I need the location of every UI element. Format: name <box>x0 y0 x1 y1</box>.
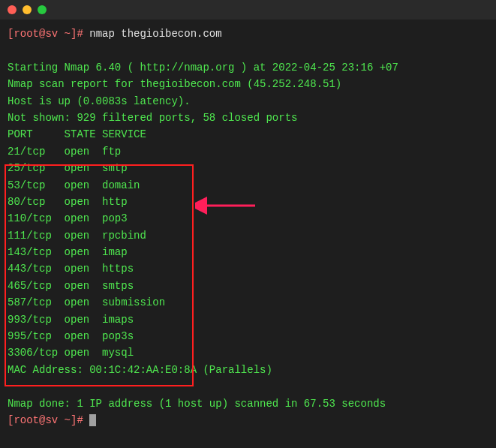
minimize-icon[interactable] <box>23 5 32 14</box>
port-row: 443/tcp open https <box>8 260 488 277</box>
port-row: 3306/tcp open mysql <box>8 344 488 361</box>
output-header: PORT STATE SERVICE <box>8 126 488 143</box>
close-icon[interactable] <box>8 5 17 14</box>
port-row: 21/tcp open ftp <box>8 143 488 160</box>
port-row: 993/tcp open imaps <box>8 311 488 328</box>
output-starting: Starting Nmap 6.40 ( http://nmap.org ) a… <box>8 59 488 76</box>
command-text: nmap thegioibecon.com <box>89 28 221 40</box>
port-row: 465/tcp open smtps <box>8 278 488 294</box>
port-row: 111/tcp open rpcbind <box>8 227 488 244</box>
output-host-up: Host is up (0.0083s latency). <box>8 93 488 110</box>
prompt-line-2: [root@sv ~]# <box>8 412 488 428</box>
port-row: 25/tcp open smtp <box>8 160 488 176</box>
prompt-line: [root@sv ~]# nmap thegioibecon.com <box>8 26 488 42</box>
port-row: 995/tcp open pop3s <box>8 328 488 344</box>
output-mac: MAC Address: 00:1C:42:AA:E0:8A (Parallel… <box>8 362 488 378</box>
output-done: Nmap done: 1 IP address (1 host up) scan… <box>8 395 488 412</box>
port-table: 21/tcp open ftp 25/tcp open smtp 53/tcp … <box>8 143 488 362</box>
prompt-user-host: [root@sv ~]# <box>8 414 83 426</box>
terminal-window: [root@sv ~]# nmap thegioibecon.com Start… <box>0 0 496 448</box>
port-row: 587/tcp open submission <box>8 294 488 311</box>
cursor-icon <box>89 414 96 426</box>
terminal-body[interactable]: [root@sv ~]# nmap thegioibecon.com Start… <box>0 20 496 434</box>
port-row: 143/tcp open imap <box>8 244 488 260</box>
output-not-shown: Not shown: 929 filtered ports, 58 closed… <box>8 110 488 126</box>
titlebar <box>0 0 496 20</box>
port-row: 110/tcp open pop3 <box>8 210 488 227</box>
port-row: 80/tcp open http <box>8 194 488 210</box>
port-row: 53/tcp open domain <box>8 177 488 194</box>
output-scan-report: Nmap scan report for thegioibecon.com (4… <box>8 76 488 92</box>
maximize-icon[interactable] <box>38 5 47 14</box>
prompt-user-host: [root@sv ~]# <box>8 28 83 40</box>
